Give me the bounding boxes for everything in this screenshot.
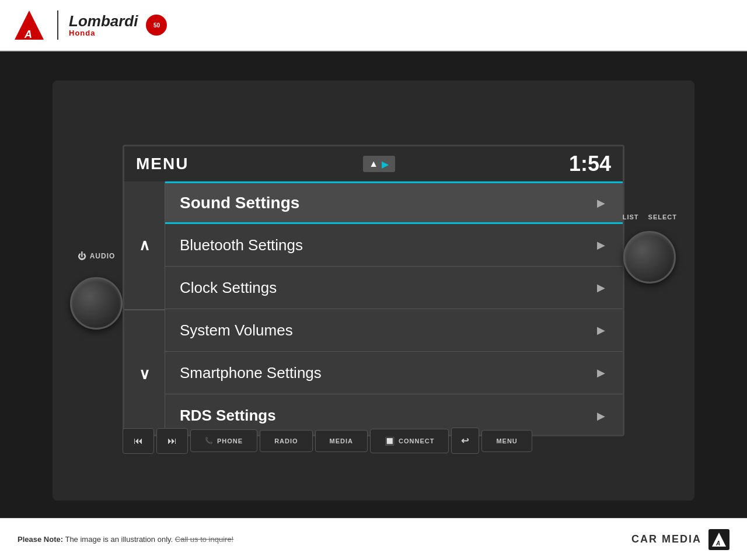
connect-label: CONNECT xyxy=(399,438,434,444)
back-icon: ↩ xyxy=(461,435,469,446)
media-label: MEDIA xyxy=(330,438,353,444)
skip-forward-icon: ⏭ xyxy=(167,436,177,446)
svg-text:A: A xyxy=(24,29,32,40)
skip-forward-button[interactable]: ⏭ xyxy=(156,428,188,454)
menu-item-clock-settings-label: Clock Settings xyxy=(180,279,277,297)
volume-knob[interactable] xyxy=(70,277,123,330)
honda-sub-name: Honda xyxy=(69,29,138,37)
nav-up-icon: ▲ xyxy=(369,159,378,169)
screen-container: MENU ▲ ▶ 1:54 ∧ ∨ xyxy=(123,145,624,436)
select-knob[interactable] xyxy=(623,231,676,284)
back-button[interactable]: ↩ xyxy=(451,428,479,454)
audio-label-group: ⏻ AUDIO xyxy=(78,251,116,261)
menu-item-clock-settings-arrow: ▶ xyxy=(597,281,605,294)
logo-divider xyxy=(57,10,58,40)
logo-bar: A Lombardi Honda 50 xyxy=(0,0,747,51)
screen-title: MENU xyxy=(136,155,189,173)
scroll-up-button[interactable]: ∧ xyxy=(124,181,165,310)
list-select-labels: LIST SELECT xyxy=(623,214,677,220)
menu-item-smartphone-settings-label: Smartphone Settings xyxy=(180,364,322,382)
menu-item-system-volumes[interactable]: System Volumes ▶ xyxy=(165,309,623,352)
menu-item-system-volumes-label: System Volumes xyxy=(180,321,293,340)
svg-text:A: A xyxy=(715,540,720,547)
menu-item-sound-settings[interactable]: Sound Settings ▶ xyxy=(165,181,623,224)
radio-button[interactable]: RADIO xyxy=(260,430,312,452)
logo-area: A Lombardi Honda 50 xyxy=(12,8,167,43)
nav-play-icon: ▶ xyxy=(382,159,389,170)
screen-time: 1:54 xyxy=(569,152,611,176)
scroll-controls: ∧ ∨ xyxy=(124,181,165,436)
scroll-up-icon: ∧ xyxy=(139,236,150,254)
media-button[interactable]: MEDIA xyxy=(315,430,368,452)
audio-label-text: AUDIO xyxy=(90,252,116,260)
menu-item-bluetooth-settings-label: Bluetooth Settings xyxy=(180,236,303,254)
bottom-buttons: ⏮ ⏭ 📞 PHONE RADIO MEDIA 🔲 CONNECT ↩ xyxy=(123,428,624,454)
skip-back-icon: ⏮ xyxy=(134,436,143,446)
footer-note-text: The image is an illustration only. xyxy=(65,535,174,544)
menu-item-clock-settings[interactable]: Clock Settings ▶ xyxy=(165,267,623,309)
footer-bar: Please Note: The image is an illustratio… xyxy=(0,518,747,560)
menu-button-label: MENU xyxy=(496,438,517,444)
footer-triangle-icon: A xyxy=(711,531,727,548)
footer-logo-area: CAR MEDIA A xyxy=(631,529,729,550)
power-icon: ⏻ xyxy=(78,251,86,261)
list-label: LIST xyxy=(623,214,639,220)
menu-item-bluetooth-settings-arrow: ▶ xyxy=(597,239,605,251)
left-controls: ⏻ AUDIO xyxy=(70,251,123,330)
menu-item-rds-settings-arrow: ▶ xyxy=(597,410,605,422)
menu-area: ∧ ∨ Sound Settings ▶ Bluetooth Settings xyxy=(124,181,623,436)
anniversary-badge: 50 xyxy=(146,15,167,36)
car-media-label: CAR MEDIA xyxy=(631,533,701,545)
menu-item-smartphone-settings[interactable]: Smartphone Settings ▶ xyxy=(165,352,623,394)
scroll-down-icon: ∨ xyxy=(139,365,150,383)
connect-button[interactable]: 🔲 CONNECT xyxy=(370,429,449,453)
skip-back-button[interactable]: ⏮ xyxy=(123,428,154,454)
menu-item-smartphone-settings-arrow: ▶ xyxy=(597,366,605,379)
scroll-down-button[interactable]: ∨ xyxy=(124,310,165,436)
menu-item-system-volumes-arrow: ▶ xyxy=(597,324,605,337)
phone-button[interactable]: 📞 PHONE xyxy=(190,429,257,452)
menu-item-rds-settings-label: RDS Settings xyxy=(180,407,276,425)
phone-icon: 📞 xyxy=(205,437,214,444)
nav-icons: ▲ ▶ xyxy=(363,156,395,172)
menu-item-sound-settings-label: Sound Settings xyxy=(180,194,299,212)
skip-buttons: ⏮ ⏭ xyxy=(123,428,188,454)
footer-note: Please Note: The image is an illustratio… xyxy=(18,535,233,544)
phone-label: PHONE xyxy=(217,438,243,444)
connect-icon: 🔲 xyxy=(385,436,395,446)
menu-item-sound-settings-arrow: ▶ xyxy=(597,197,605,209)
footer-logo-icon: A xyxy=(708,529,729,550)
radio-label: RADIO xyxy=(274,438,298,444)
right-controls: LIST SELECT xyxy=(623,214,677,284)
footer-note-strikethrough: Call us to inquire! xyxy=(175,535,233,544)
logo-text-group: Lombardi Honda xyxy=(69,13,138,37)
menu-button[interactable]: MENU xyxy=(481,430,532,452)
stereo-unit: ⏻ AUDIO MENU ▲ ▶ 1:54 ∧ xyxy=(53,80,694,501)
select-label: SELECT xyxy=(648,214,677,220)
main-content: ⏻ AUDIO MENU ▲ ▶ 1:54 ∧ xyxy=(0,51,747,530)
footer-note-bold: Please Note: xyxy=(18,535,63,544)
screen-header: MENU ▲ ▶ 1:54 xyxy=(124,146,623,181)
menu-item-bluetooth-settings[interactable]: Bluetooth Settings ▶ xyxy=(165,224,623,267)
lombardi-logo-icon: A xyxy=(12,8,47,43)
menu-list: Sound Settings ▶ Bluetooth Settings ▶ Cl… xyxy=(165,181,623,436)
lombardi-brand-name: Lombardi xyxy=(69,13,138,29)
